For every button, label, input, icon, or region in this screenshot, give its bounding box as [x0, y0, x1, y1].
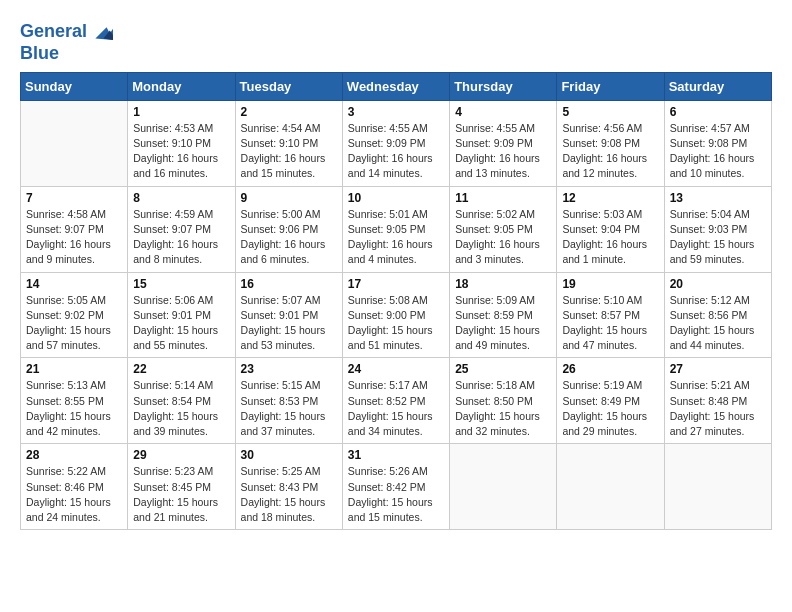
calendar-cell: 10Sunrise: 5:01 AMSunset: 9:05 PMDayligh… [342, 186, 449, 272]
day-info: Sunrise: 4:59 AMSunset: 9:07 PMDaylight:… [133, 207, 229, 268]
calendar-cell: 22Sunrise: 5:14 AMSunset: 8:54 PMDayligh… [128, 358, 235, 444]
day-number: 31 [348, 448, 444, 462]
weekday-header-tuesday: Tuesday [235, 72, 342, 100]
day-number: 13 [670, 191, 766, 205]
day-info: Sunrise: 5:22 AMSunset: 8:46 PMDaylight:… [26, 464, 122, 525]
day-number: 29 [133, 448, 229, 462]
day-info: Sunrise: 5:02 AMSunset: 9:05 PMDaylight:… [455, 207, 551, 268]
calendar-cell: 7Sunrise: 4:58 AMSunset: 9:07 PMDaylight… [21, 186, 128, 272]
day-number: 9 [241, 191, 337, 205]
calendar-cell: 26Sunrise: 5:19 AMSunset: 8:49 PMDayligh… [557, 358, 664, 444]
calendar-cell: 16Sunrise: 5:07 AMSunset: 9:01 PMDayligh… [235, 272, 342, 358]
day-number: 8 [133, 191, 229, 205]
day-info: Sunrise: 4:57 AMSunset: 9:08 PMDaylight:… [670, 121, 766, 182]
day-info: Sunrise: 5:03 AMSunset: 9:04 PMDaylight:… [562, 207, 658, 268]
calendar-cell: 8Sunrise: 4:59 AMSunset: 9:07 PMDaylight… [128, 186, 235, 272]
calendar-week-row: 14Sunrise: 5:05 AMSunset: 9:02 PMDayligh… [21, 272, 772, 358]
calendar-week-row: 7Sunrise: 4:58 AMSunset: 9:07 PMDaylight… [21, 186, 772, 272]
calendar-cell: 21Sunrise: 5:13 AMSunset: 8:55 PMDayligh… [21, 358, 128, 444]
calendar-cell: 15Sunrise: 5:06 AMSunset: 9:01 PMDayligh… [128, 272, 235, 358]
calendar-cell: 6Sunrise: 4:57 AMSunset: 9:08 PMDaylight… [664, 100, 771, 186]
day-number: 20 [670, 277, 766, 291]
weekday-header-thursday: Thursday [450, 72, 557, 100]
calendar-header-row: SundayMondayTuesdayWednesdayThursdayFrid… [21, 72, 772, 100]
logo-icon [89, 20, 113, 44]
calendar-cell: 1Sunrise: 4:53 AMSunset: 9:10 PMDaylight… [128, 100, 235, 186]
day-number: 23 [241, 362, 337, 376]
calendar-week-row: 21Sunrise: 5:13 AMSunset: 8:55 PMDayligh… [21, 358, 772, 444]
day-info: Sunrise: 5:23 AMSunset: 8:45 PMDaylight:… [133, 464, 229, 525]
calendar-cell: 11Sunrise: 5:02 AMSunset: 9:05 PMDayligh… [450, 186, 557, 272]
calendar-cell: 30Sunrise: 5:25 AMSunset: 8:43 PMDayligh… [235, 444, 342, 530]
day-info: Sunrise: 5:12 AMSunset: 8:56 PMDaylight:… [670, 293, 766, 354]
logo: General Blue [20, 20, 113, 64]
calendar-cell: 31Sunrise: 5:26 AMSunset: 8:42 PMDayligh… [342, 444, 449, 530]
day-number: 15 [133, 277, 229, 291]
day-number: 25 [455, 362, 551, 376]
calendar-cell: 17Sunrise: 5:08 AMSunset: 9:00 PMDayligh… [342, 272, 449, 358]
weekday-header-friday: Friday [557, 72, 664, 100]
day-number: 30 [241, 448, 337, 462]
day-info: Sunrise: 5:08 AMSunset: 9:00 PMDaylight:… [348, 293, 444, 354]
calendar-cell: 19Sunrise: 5:10 AMSunset: 8:57 PMDayligh… [557, 272, 664, 358]
day-number: 6 [670, 105, 766, 119]
day-number: 4 [455, 105, 551, 119]
day-number: 28 [26, 448, 122, 462]
calendar-cell: 27Sunrise: 5:21 AMSunset: 8:48 PMDayligh… [664, 358, 771, 444]
logo-text: General [20, 22, 87, 42]
day-info: Sunrise: 4:58 AMSunset: 9:07 PMDaylight:… [26, 207, 122, 268]
weekday-header-monday: Monday [128, 72, 235, 100]
day-number: 17 [348, 277, 444, 291]
calendar-cell [557, 444, 664, 530]
day-number: 22 [133, 362, 229, 376]
calendar-table: SundayMondayTuesdayWednesdayThursdayFrid… [20, 72, 772, 530]
day-info: Sunrise: 5:21 AMSunset: 8:48 PMDaylight:… [670, 378, 766, 439]
day-info: Sunrise: 4:56 AMSunset: 9:08 PMDaylight:… [562, 121, 658, 182]
day-info: Sunrise: 5:06 AMSunset: 9:01 PMDaylight:… [133, 293, 229, 354]
day-number: 27 [670, 362, 766, 376]
calendar-cell: 28Sunrise: 5:22 AMSunset: 8:46 PMDayligh… [21, 444, 128, 530]
calendar-cell: 4Sunrise: 4:55 AMSunset: 9:09 PMDaylight… [450, 100, 557, 186]
day-info: Sunrise: 5:15 AMSunset: 8:53 PMDaylight:… [241, 378, 337, 439]
logo-subtext: Blue [20, 44, 113, 64]
day-number: 14 [26, 277, 122, 291]
day-info: Sunrise: 5:05 AMSunset: 9:02 PMDaylight:… [26, 293, 122, 354]
calendar-cell: 25Sunrise: 5:18 AMSunset: 8:50 PMDayligh… [450, 358, 557, 444]
calendar-cell: 24Sunrise: 5:17 AMSunset: 8:52 PMDayligh… [342, 358, 449, 444]
day-info: Sunrise: 5:13 AMSunset: 8:55 PMDaylight:… [26, 378, 122, 439]
page-header: General Blue [20, 20, 772, 64]
day-number: 21 [26, 362, 122, 376]
day-number: 24 [348, 362, 444, 376]
calendar-cell: 2Sunrise: 4:54 AMSunset: 9:10 PMDaylight… [235, 100, 342, 186]
day-info: Sunrise: 4:55 AMSunset: 9:09 PMDaylight:… [348, 121, 444, 182]
day-number: 7 [26, 191, 122, 205]
day-info: Sunrise: 4:53 AMSunset: 9:10 PMDaylight:… [133, 121, 229, 182]
day-info: Sunrise: 5:10 AMSunset: 8:57 PMDaylight:… [562, 293, 658, 354]
day-info: Sunrise: 5:18 AMSunset: 8:50 PMDaylight:… [455, 378, 551, 439]
calendar-cell: 5Sunrise: 4:56 AMSunset: 9:08 PMDaylight… [557, 100, 664, 186]
day-number: 16 [241, 277, 337, 291]
calendar-cell: 18Sunrise: 5:09 AMSunset: 8:59 PMDayligh… [450, 272, 557, 358]
day-number: 3 [348, 105, 444, 119]
weekday-header-saturday: Saturday [664, 72, 771, 100]
calendar-cell: 12Sunrise: 5:03 AMSunset: 9:04 PMDayligh… [557, 186, 664, 272]
day-info: Sunrise: 5:25 AMSunset: 8:43 PMDaylight:… [241, 464, 337, 525]
day-info: Sunrise: 5:19 AMSunset: 8:49 PMDaylight:… [562, 378, 658, 439]
day-number: 2 [241, 105, 337, 119]
calendar-cell [664, 444, 771, 530]
calendar-cell: 14Sunrise: 5:05 AMSunset: 9:02 PMDayligh… [21, 272, 128, 358]
calendar-week-row: 28Sunrise: 5:22 AMSunset: 8:46 PMDayligh… [21, 444, 772, 530]
weekday-header-wednesday: Wednesday [342, 72, 449, 100]
calendar-cell: 9Sunrise: 5:00 AMSunset: 9:06 PMDaylight… [235, 186, 342, 272]
calendar-cell [450, 444, 557, 530]
calendar-cell: 20Sunrise: 5:12 AMSunset: 8:56 PMDayligh… [664, 272, 771, 358]
day-info: Sunrise: 5:04 AMSunset: 9:03 PMDaylight:… [670, 207, 766, 268]
day-info: Sunrise: 5:17 AMSunset: 8:52 PMDaylight:… [348, 378, 444, 439]
calendar-cell: 29Sunrise: 5:23 AMSunset: 8:45 PMDayligh… [128, 444, 235, 530]
day-number: 10 [348, 191, 444, 205]
day-number: 1 [133, 105, 229, 119]
day-info: Sunrise: 4:54 AMSunset: 9:10 PMDaylight:… [241, 121, 337, 182]
day-info: Sunrise: 5:26 AMSunset: 8:42 PMDaylight:… [348, 464, 444, 525]
day-number: 18 [455, 277, 551, 291]
calendar-week-row: 1Sunrise: 4:53 AMSunset: 9:10 PMDaylight… [21, 100, 772, 186]
